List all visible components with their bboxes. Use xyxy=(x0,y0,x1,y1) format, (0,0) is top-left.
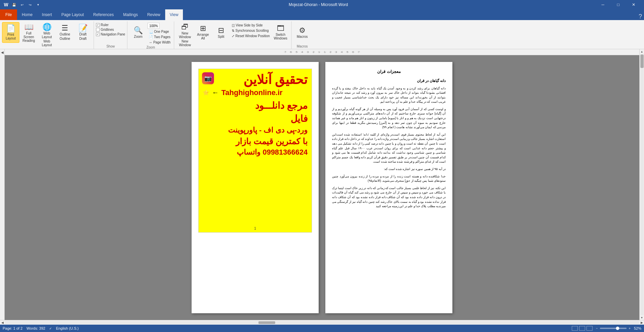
redo-icon[interactable]: ↪ xyxy=(27,1,33,8)
document-views-items: 📄 Print Layout 📖 Full Screen Reading 🌐 W… xyxy=(2,21,92,48)
new-window-button[interactable]: 🗗 New Window New Window xyxy=(176,22,194,48)
left-panel-toggle[interactable]: ◀ xyxy=(1,51,4,54)
page2-subheader: دانه گیاهان در قران xyxy=(332,78,446,84)
flyer-title-line1: تحقیق آنلاین xyxy=(203,73,308,87)
page2-para5: خدا شکافنده دانه و هسته است زنده را از م… xyxy=(332,174,446,183)
scroll-right-button[interactable]: ▶ xyxy=(639,320,644,325)
web-layout-button[interactable]: 🌐 Web Layout Web Layout xyxy=(38,22,56,48)
scroll-track[interactable] xyxy=(640,54,644,315)
group-document-views: 📄 Print Layout 📖 Full Screen Reading 🌐 W… xyxy=(0,21,94,49)
print-layout-button[interactable]: 📄 Print Layout xyxy=(2,22,19,43)
zoom-control[interactable]: － ＋ 52% xyxy=(595,326,641,331)
view-side-by-side-button[interactable]: ◫ View Side by Side xyxy=(230,23,271,28)
full-screen-reading-button[interactable]: 📖 Full Screen Reading xyxy=(20,22,37,44)
restore-button[interactable]: □ xyxy=(611,0,626,9)
minimize-button[interactable]: ─ xyxy=(595,0,611,9)
gridlines-checkbox[interactable]: Gridlines xyxy=(96,27,125,32)
macros-button[interactable]: ⚙ Macros xyxy=(294,22,311,43)
macros-icon: ⚙ xyxy=(299,27,306,34)
two-pages-button[interactable]: 📄 Two Pages xyxy=(147,34,172,39)
save-icon[interactable]: 💾 xyxy=(11,1,17,8)
page2-para4: در آیه ۹۵ از همین سوره نیز اشاره شده است… xyxy=(332,167,446,172)
zoom-icon: 🔍 xyxy=(134,27,143,34)
tab-file[interactable]: File xyxy=(0,9,17,20)
flyer-phone: 09981366624 واتساپ xyxy=(203,147,308,158)
reset-window-position-button[interactable]: ⤢ Reset Window Position xyxy=(230,33,271,38)
zoom-minus-button[interactable]: － xyxy=(595,326,599,331)
document-title: Mojezat-Ghoran - Microsoft Word xyxy=(41,2,595,7)
zoom-plus-button[interactable]: ＋ xyxy=(628,326,631,331)
h-scroll-track[interactable] xyxy=(5,321,639,324)
flyer-url: Tahghighonline.ir xyxy=(221,88,283,97)
arrange-icon: ⊞ xyxy=(200,25,206,32)
synchronous-scrolling-button[interactable]: ⇅ Synchronous Scrolling xyxy=(230,28,271,33)
title-bar-left: W 💾 ↩ ↪ ▼ xyxy=(3,1,41,8)
zoom-items: 🔍 Zoom 📃 One Page 📄 Two Pag xyxy=(129,21,172,45)
flyer-price: با کمترین قیمت بازار xyxy=(203,136,308,147)
group-zoom: 🔍 Zoom 📃 One Page 📄 Two Pag xyxy=(127,21,174,49)
split-button[interactable]: ⊟ Split xyxy=(212,22,230,43)
arrow-icon: ← xyxy=(212,89,219,96)
tab-insert[interactable]: Insert xyxy=(37,9,57,20)
instagram-icon[interactable]: 📷 xyxy=(202,72,214,84)
switch-windows-button[interactable]: 🗔 Switch Windows xyxy=(272,22,289,43)
word-logo-icon: W xyxy=(3,1,9,8)
tab-page-layout[interactable]: Page Layout xyxy=(57,9,88,20)
main-area: ◀ ·7· ·6· ·5· ·4· ·3· ·2· ·1· ·1· ·2· xyxy=(0,49,644,320)
horizontal-scrollbar[interactable]: ◀ ▶ xyxy=(0,320,644,325)
pages-container[interactable]: تحقیق آنلاین 📷 Tahghighonline.ir ← ⭐ xyxy=(5,55,639,320)
page-width-button[interactable]: ↔ Page Width xyxy=(147,40,172,45)
flyer-formats: ورد-پی دی اف - پاورپوینت xyxy=(203,125,308,136)
page-number-1: 1 xyxy=(254,227,256,230)
group-show: ✓ Ruler Gridlines ✓ Navigation Pane xyxy=(94,21,127,49)
print-layout-icon: 📄 xyxy=(6,25,15,32)
tab-review[interactable]: Review xyxy=(142,9,165,20)
text-content: معجزات قران دانه گیاهان در قران دانه گیا… xyxy=(332,69,446,209)
zoom-slider[interactable] xyxy=(600,328,627,329)
word-count: Words: 392 xyxy=(26,326,45,330)
draft-button[interactable]: 📝 Draft Draft xyxy=(74,22,92,43)
outline-icon: ☰ xyxy=(62,24,68,32)
zoom-value-input[interactable] xyxy=(147,23,159,29)
scroll-up-button[interactable]: ▲ xyxy=(640,49,644,54)
page-width-icon: ↔ xyxy=(149,40,152,44)
scroll-left-button[interactable]: ◀ xyxy=(0,320,5,325)
ruler-checkbox[interactable]: ✓ Ruler xyxy=(96,23,125,27)
gridlines-check-icon xyxy=(96,28,100,31)
status-left: Page: 1 of 2 Words: 392 ✓ English (U.S.) xyxy=(3,326,79,330)
h-scroll-thumb[interactable] xyxy=(258,321,275,324)
switch-windows-icon: 🗔 xyxy=(277,25,284,32)
one-page-button[interactable]: 📃 One Page xyxy=(147,29,172,34)
scroll-down-button[interactable]: ▼ xyxy=(640,315,644,320)
close-button[interactable]: ✕ xyxy=(626,0,641,9)
document-area: ·7· ·6· ·5· ·4· ·3· ·2· ·1· ·1· ·2· ·3· … xyxy=(5,49,639,320)
help-icon[interactable]: ? xyxy=(637,13,644,20)
zoom-percent: 52% xyxy=(634,326,641,330)
page2-para1: دانه گیاهان برای رشد کردن و به وجود آمدن… xyxy=(332,86,446,104)
tab-view[interactable]: View xyxy=(165,9,183,20)
tab-mailings[interactable]: Mailings xyxy=(118,9,142,20)
flyer-file: فایل xyxy=(203,112,308,125)
print-layout-view-btn[interactable] xyxy=(572,326,578,331)
spell-check-icon: ✓ xyxy=(49,327,52,330)
arrange-all-button[interactable]: ⊞ Arrange All xyxy=(194,22,212,43)
outline-button[interactable]: ☰ Outline Outline xyxy=(56,22,74,43)
undo-icon[interactable]: ↩ xyxy=(19,1,25,8)
web-layout-icon: 🌐 xyxy=(42,23,51,31)
zoom-button[interactable]: 🔍 Zoom xyxy=(129,22,147,43)
ruler: ·7· ·6· ·5· ·4· ·3· ·2· ·1· ·1· ·2· ·3· … xyxy=(5,49,639,55)
page2-para3: این آیه از لحاظ محتوی بسیار قوی است‌در و… xyxy=(332,133,446,164)
page2-para2: و اوست کسی که از آسمان آبی فرود آورد پس … xyxy=(332,107,446,130)
scroll-thumb[interactable] xyxy=(640,55,644,68)
customize-icon[interactable]: ▼ xyxy=(35,1,41,8)
full-read-view-btn[interactable] xyxy=(579,326,585,331)
tab-home[interactable]: Home xyxy=(17,9,37,20)
show-items: ✓ Ruler Gridlines ✓ Navigation Pane xyxy=(96,21,125,44)
web-view-btn[interactable] xyxy=(586,326,593,331)
zoom-slider-thumb[interactable] xyxy=(616,327,619,330)
page2-header: معجزات قران xyxy=(332,69,446,75)
tab-references[interactable]: References xyxy=(89,9,118,20)
navigation-pane-checkbox[interactable]: ✓ Navigation Pane xyxy=(96,32,125,36)
new-window-icon: 🗗 xyxy=(181,23,189,31)
vertical-scrollbar[interactable]: ▲ ▼ xyxy=(639,49,644,320)
